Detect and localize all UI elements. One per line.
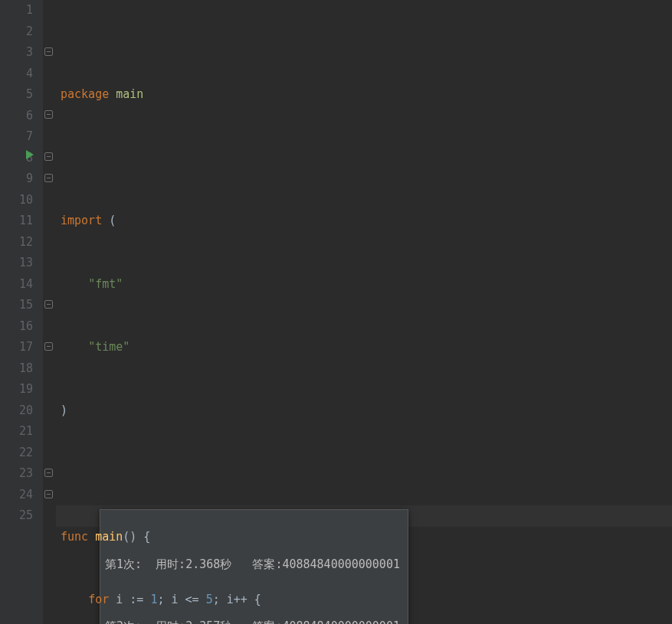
line-number: 24 [0,485,33,506]
line-number: 16 [0,316,33,338]
output-line: 第1次: 用时:2.368秒 答案:40884840000000001 [105,554,400,575]
fold-marker[interactable] [44,490,53,498]
code-line [61,463,672,485]
line-number: 10 [0,190,33,211]
line-number: 23 [0,463,33,485]
code-editor[interactable]: 1234567891011121314151617181920212223242… [0,0,672,624]
line-number: 2 [0,21,33,43]
fold-marker[interactable] [44,110,53,119]
output-line: 第2次: 用时:2.357秒 答案:40884840000000001 [105,616,400,624]
fold-marker[interactable] [44,174,53,182]
line-number: 4 [0,64,33,85]
line-number: 25 [0,505,33,527]
fold-column [42,0,56,624]
line-gutter: 1234567891011121314151617181920212223242… [0,0,42,624]
line-number: 11 [0,211,33,232]
line-number: 1 [0,0,33,21]
line-number: 3 [0,42,33,64]
code-line: ) [61,400,672,422]
line-number: 19 [0,379,33,400]
line-number: 21 [0,421,33,443]
line-number: 7 [0,126,33,148]
line-number: 12 [0,232,33,253]
code-line: for i := 1; i <= 5; i++ { [61,590,672,611]
line-number: 15 [0,295,33,316]
fold-marker[interactable] [44,47,53,56]
line-number: 20 [0,400,33,422]
code-line [61,148,672,169]
code-line: package main [61,84,672,106]
line-number: 18 [0,358,33,380]
code-area[interactable]: package main import ( "fmt" "time" ) fun… [56,0,672,624]
code-line: import ( [61,211,672,232]
line-number: 17 [0,337,33,358]
line-number: 22 [0,443,33,464]
fold-marker[interactable] [44,152,53,161]
fold-marker[interactable] [44,342,53,351]
line-number: 14 [0,274,33,296]
run-icon[interactable] [26,150,34,159]
code-line: "time" [61,337,672,358]
fold-marker[interactable] [44,300,53,309]
code-line: "fmt" [61,274,672,296]
line-number: 13 [0,253,33,274]
code-line: func main() { [61,527,672,548]
fold-marker[interactable] [44,469,53,477]
line-number: 6 [0,106,33,127]
line-number: 9 [0,168,33,190]
line-number: 5 [0,84,33,106]
